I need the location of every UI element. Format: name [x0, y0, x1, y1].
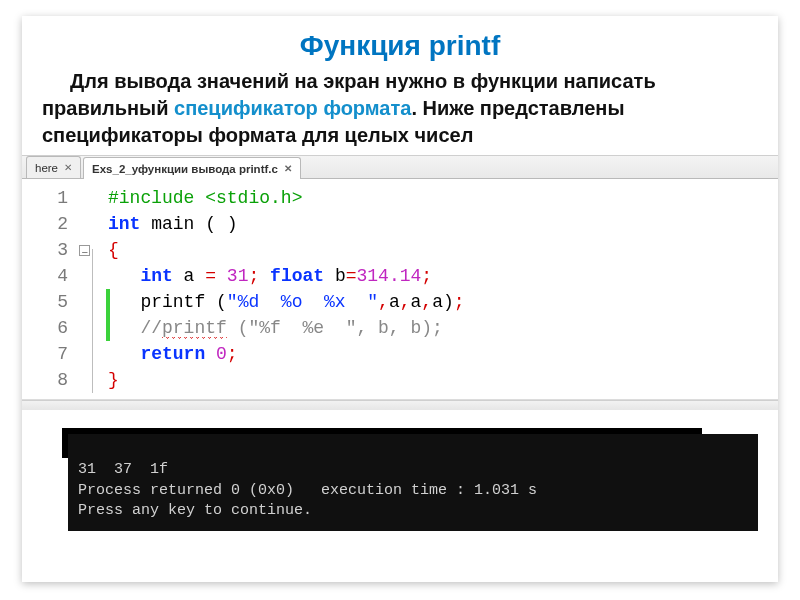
change-bar-icon: [106, 315, 110, 341]
code-token: "%d %o %x ": [227, 292, 378, 312]
code-token: #include: [108, 188, 205, 208]
code-token: ): [227, 214, 238, 234]
code-token: ;: [248, 266, 259, 286]
code-token: main: [140, 214, 205, 234]
tab-label: Exs_2_уфункции вывода printf.c: [92, 163, 278, 175]
code-token: ;: [421, 266, 432, 286]
line-number: 4: [22, 263, 94, 289]
code-token: }: [108, 370, 119, 390]
intro-highlight: спецификатор формата: [174, 97, 411, 119]
line-number: 6: [22, 315, 94, 341]
code-token: ): [443, 292, 454, 312]
line-number: 1: [22, 185, 94, 211]
line-number: 8: [22, 367, 94, 393]
code-token: (: [205, 214, 216, 234]
code-token: a: [432, 292, 443, 312]
close-icon[interactable]: ✕: [64, 162, 72, 173]
code-token: //: [140, 318, 162, 338]
code-token: {: [108, 240, 119, 260]
code-token: int: [108, 214, 140, 234]
code-token: =: [205, 266, 216, 286]
code-token: a: [389, 292, 400, 312]
slide-title: Функция printf: [22, 16, 778, 68]
code-area[interactable]: #include <stdio.h>int main ( ){ int a = …: [102, 179, 778, 399]
code-line[interactable]: //printf ("%f %e ", b, b);: [108, 315, 778, 341]
intro-text: Для вывода значений на экран нужно в фун…: [22, 68, 778, 155]
line-number: 5: [22, 289, 94, 315]
console-line: Process returned 0 (0x0) execution time …: [78, 482, 537, 499]
line-number: 7: [22, 341, 94, 367]
code-token: ("%f %e ", b, b);: [227, 318, 443, 338]
code-token: [259, 266, 270, 286]
code-token: float: [270, 266, 324, 286]
code-token: <stdio.h>: [205, 188, 302, 208]
code-editor[interactable]: 12345678 #include <stdio.h>int main ( ){…: [22, 179, 778, 400]
code-line[interactable]: {: [108, 237, 778, 263]
code-line[interactable]: #include <stdio.h>: [108, 185, 778, 211]
code-line[interactable]: return 0;: [108, 341, 778, 367]
code-token: printf: [140, 292, 216, 312]
code-line[interactable]: }: [108, 367, 778, 393]
tab-bar: here ✕ Exs_2_уфункции вывода printf.c ✕: [22, 155, 778, 179]
code-token: 314.14: [357, 266, 422, 286]
code-line[interactable]: printf ("%d %o %x ",a,a,a);: [108, 289, 778, 315]
code-token: return: [140, 344, 205, 364]
line-number: 2: [22, 211, 94, 237]
code-token: 31: [227, 266, 249, 286]
console-line: Press any key to continue.: [78, 502, 312, 519]
code-token: =: [346, 266, 357, 286]
code-token: ,: [400, 292, 411, 312]
code-token: [205, 344, 216, 364]
code-token: ;: [454, 292, 465, 312]
line-gutter: 12345678: [22, 179, 102, 399]
code-token: a: [173, 266, 205, 286]
tab-here[interactable]: here ✕: [26, 156, 81, 178]
line-number: 3: [22, 237, 94, 263]
close-icon[interactable]: ✕: [284, 163, 292, 174]
console-line: 31 37 1f: [78, 461, 168, 478]
code-line[interactable]: int a = 31; float b=314.14;: [108, 263, 778, 289]
code-token: [216, 266, 227, 286]
tab-label: here: [35, 162, 58, 174]
code-token: [216, 214, 227, 234]
code-token: a: [411, 292, 422, 312]
code-token: printf: [162, 318, 227, 339]
code-line[interactable]: int main ( ): [108, 211, 778, 237]
code-token: ,: [421, 292, 432, 312]
code-token: 0: [216, 344, 227, 364]
tab-file[interactable]: Exs_2_уфункции вывода printf.c ✕: [83, 157, 301, 179]
code-token: b: [324, 266, 346, 286]
code-token: (: [216, 292, 227, 312]
console-output: 31 37 1f Process returned 0 (0x0) execut…: [68, 434, 758, 531]
slide: Функция printf Для вывода значений на эк…: [22, 16, 778, 582]
code-token: ;: [227, 344, 238, 364]
code-token: ,: [378, 292, 389, 312]
code-token: int: [140, 266, 172, 286]
horizontal-scrollbar[interactable]: [22, 400, 778, 410]
change-bar-icon: [106, 289, 110, 315]
